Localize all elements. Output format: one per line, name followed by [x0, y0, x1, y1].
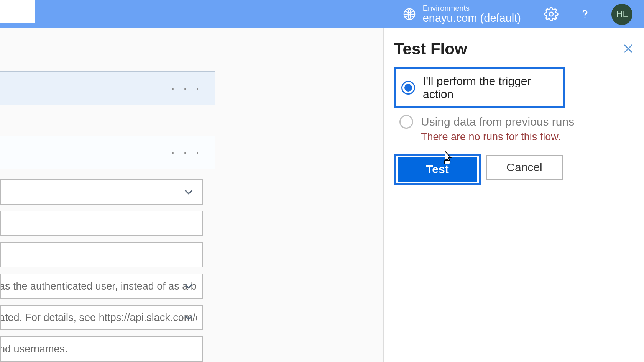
environment-label: Environments — [423, 4, 521, 12]
ellipsis-icon[interactable]: · · · — [171, 80, 202, 96]
svg-point-1 — [549, 12, 553, 16]
close-icon[interactable] — [622, 42, 635, 55]
globe-icon — [403, 8, 416, 21]
svg-point-2 — [584, 17, 585, 18]
chevron-down-icon — [182, 279, 196, 293]
option-label: I'll perform the trigger action — [423, 75, 559, 101]
radio-checked-icon — [401, 81, 415, 95]
environment-picker[interactable]: Environments enayu.com (default) — [423, 4, 521, 25]
step-parameter-list: as the authenticated user, instead of as… — [0, 179, 203, 362]
radio-unchecked-icon — [399, 115, 413, 129]
parameter-field[interactable] — [0, 179, 203, 205]
gear-icon[interactable] — [544, 7, 559, 21]
test-button-label: Test — [426, 163, 449, 176]
ellipsis-icon[interactable]: · · · — [171, 144, 202, 161]
parameter-field[interactable]: nd usernames. — [0, 336, 203, 362]
flow-step-card[interactable]: · · · — [0, 71, 215, 105]
option-highlight-box: I'll perform the trigger action — [394, 67, 565, 108]
avatar-initials: HL — [616, 9, 628, 20]
parameter-field[interactable]: as the authenticated user, instead of as… — [0, 274, 203, 299]
panel-title: Test Flow — [394, 40, 622, 58]
app-launcher-tile[interactable] — [0, 0, 35, 23]
option-label: Using data from previous runs — [421, 115, 574, 128]
top-nav-bar: Environments enayu.com (default) HL — [0, 0, 644, 28]
help-icon[interactable] — [578, 7, 592, 21]
environment-name: enayu.com (default) — [423, 12, 521, 25]
chevron-down-icon — [182, 185, 196, 199]
option-previous-runs: Using data from previous runs — [399, 115, 627, 129]
flow-step-card[interactable]: · · · — [0, 136, 215, 169]
test-flow-panel: Test Flow I'll perform the trigger actio… — [383, 28, 644, 362]
cancel-button[interactable]: Cancel — [486, 155, 563, 180]
parameter-field[interactable] — [0, 211, 203, 236]
no-runs-hint: There are no runs for this flow. — [421, 131, 627, 143]
test-button[interactable]: Test — [398, 157, 477, 182]
option-perform-trigger[interactable]: I'll perform the trigger action — [400, 72, 559, 103]
parameter-field[interactable]: ated. For details, see https://api.slack… — [0, 305, 203, 330]
parameter-field[interactable] — [0, 242, 203, 267]
chevron-down-icon — [182, 311, 196, 324]
cancel-button-label: Cancel — [506, 161, 542, 174]
avatar[interactable]: HL — [611, 4, 632, 25]
test-button-highlight-box: Test — [394, 154, 481, 185]
